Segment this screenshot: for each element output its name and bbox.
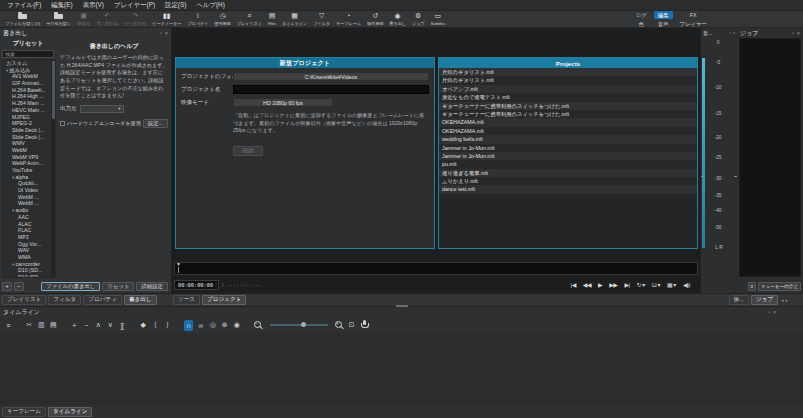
next-marker-button[interactable]: ⟩ [163, 320, 171, 331]
preset-item[interactable]: WebM ... [3, 194, 55, 201]
grid-button[interactable]: ▦ ▾ [667, 281, 676, 288]
layout-color[interactable]: 色 [632, 20, 651, 28]
files-button[interactable]: ▤ Files [265, 11, 279, 27]
ripple-button[interactable]: ◎ [209, 320, 217, 331]
zoom-timeline-fit-button[interactable]: ⊡ [348, 320, 356, 331]
open-file-button[interactable]: ファイルを開く(O) [2, 11, 43, 27]
menu-edit[interactable]: 編集(E) [46, 1, 77, 10]
copy-button[interactable]: ▥ [37, 320, 45, 331]
scrollbar-thumb[interactable] [52, 61, 55, 119]
marker-button[interactable]: ◆ [139, 320, 147, 331]
volume-button[interactable]: ◀)) [683, 281, 690, 288]
configure-button[interactable]: 設定... [143, 119, 168, 128]
project-item[interactable]: pu.mlt [439, 160, 697, 168]
properties-button[interactable]: i プロパティ [184, 11, 211, 27]
project-item[interactable]: 片目のギタリスト.mlt [439, 68, 697, 76]
preset-item[interactable]: audio [3, 207, 55, 214]
preset-item[interactable]: D10 (SD... [3, 274, 55, 278]
rewind-button[interactable]: ◀◀ [583, 281, 591, 288]
layout-audio[interactable]: 音声 [654, 20, 673, 28]
preset-item[interactable]: Slide Deck (... [3, 134, 55, 141]
split-button[interactable]: ][ [118, 320, 126, 331]
undo-button[interactable]: ↶ 元に戻す(U) [93, 11, 121, 27]
preset-item[interactable]: WMV [3, 140, 55, 147]
project-item[interactable]: Jammer in Jo-Mon.mlt [439, 144, 697, 152]
project-item[interactable]: 身近なもので通電テスト.mlt [439, 93, 697, 101]
playlist-button[interactable]: ≡ プレイリスト [234, 11, 265, 27]
menu-settings[interactable]: 設定(S) [160, 1, 191, 10]
from-select[interactable]: ▾ [80, 105, 124, 113]
tab-history[interactable]: 操... [729, 295, 749, 305]
tab-export[interactable]: 書き出し [124, 295, 157, 305]
preset-item[interactable]: WebM VP9 [3, 154, 55, 161]
paste-button[interactable]: ▤ [49, 320, 57, 331]
tab-playlist[interactable]: プレイリスト [2, 295, 46, 305]
project-item[interactable]: wedding bells.mlt [439, 135, 697, 143]
record-audio-button[interactable] [360, 320, 369, 331]
preset-item[interactable]: MJPEG [3, 114, 55, 121]
ripple-all-tracks-button[interactable]: ⊛ [221, 320, 229, 331]
preset-search-input[interactable] [2, 50, 54, 58]
close-icon[interactable]: × [165, 31, 168, 36]
keyframes-button[interactable]: ◔ キーフレーム [333, 11, 364, 27]
preset-item[interactable]: YouTube [3, 167, 55, 174]
save-button[interactable]: ▣ 保存(S) [74, 11, 93, 27]
preset-item[interactable]: HEVC Main ... [3, 107, 55, 114]
menu-view[interactable]: 表示(V) [78, 1, 109, 10]
project-item[interactable]: OKEHAZAMA.mlt [439, 118, 697, 126]
export-file-button[interactable]: ファイルの書き出し [41, 282, 100, 291]
preset-item[interactable]: カスタム [3, 60, 55, 67]
preset-item[interactable]: Slide Deck (... [3, 127, 55, 134]
layout-player[interactable]: プレイヤー [676, 20, 711, 28]
preset-item[interactable]: alpha [3, 174, 55, 181]
pause-queue-button[interactable]: キューを一時停止 [758, 282, 801, 291]
peak-meter-button[interactable]: ▮▮ ピークメーター [149, 11, 184, 27]
fast-forward-button[interactable]: ▶▶ [609, 281, 617, 288]
snap-button[interactable]: ∩ [184, 320, 193, 331]
skip-next-button[interactable]: ▶| [624, 281, 629, 288]
timeline-menu-button[interactable]: ≡ [4, 320, 12, 331]
timeline-zoom-slider[interactable] [270, 324, 328, 326]
layout-logging[interactable]: ログ [632, 11, 651, 19]
project-item[interactable]: dance test.mlt [439, 185, 697, 193]
export-button[interactable]: ◉ 書き出し [386, 11, 409, 27]
tab-scroll-right-icon[interactable]: ▸ [784, 297, 789, 303]
preset-item[interactable]: GIF Animati... [3, 80, 55, 87]
tab-filters[interactable]: フィルタ [48, 295, 81, 305]
ripple-markers-button[interactable]: ◉ [233, 320, 241, 331]
open-other-button[interactable]: その他を開く [43, 11, 74, 27]
project-item[interactable]: OKEHAZAMA.mlt [439, 127, 697, 135]
loop-button[interactable]: ↻ ▾ [637, 281, 645, 288]
float-icon[interactable]: ▫ [792, 31, 794, 36]
preset-item[interactable]: WebM [3, 147, 55, 154]
project-item[interactable]: 片目のギタリスト.mlt [439, 76, 697, 84]
tab-keyframes[interactable]: キーフレーム [2, 407, 46, 417]
add-preset-button[interactable]: + [2, 282, 12, 291]
cut-button[interactable]: ✂ [25, 320, 33, 331]
preset-item[interactable]: camcorder [3, 261, 55, 268]
float-icon[interactable]: ▫ [160, 31, 162, 36]
zoom-timeline-in-button[interactable]: + [335, 320, 344, 331]
project-item[interactable]: Jammer in Jo-Mon.mlt [439, 152, 697, 160]
reset-button[interactable]: リセット [102, 282, 134, 291]
hardware-encoder-checkbox[interactable] [60, 121, 65, 126]
menu-player[interactable]: プレイヤー(P) [109, 1, 160, 10]
start-button[interactable]: 開始 [233, 146, 263, 156]
skip-previous-button[interactable]: |◀ [571, 281, 576, 288]
scrub-while-dragging-button[interactable]: ∞ [197, 320, 205, 331]
subtitles-button[interactable]: ▭ Subtitles [428, 11, 449, 27]
project-item[interactable]: 通り過ぎる電車.mlt [439, 169, 697, 177]
tab-jobs[interactable]: ジョブ [751, 295, 778, 305]
float-icon[interactable]: ▫ [729, 31, 730, 35]
advanced-button[interactable]: 詳細設定 [136, 282, 168, 291]
remove-preset-button[interactable]: − [14, 282, 24, 291]
preset-item[interactable]: D10 (SD... [3, 267, 55, 274]
project-item[interactable]: ギターチューナーに携帯利用のスイッチをつけた.mlt [439, 110, 697, 118]
zoom-fit-button[interactable]: ⊡ ▾ [652, 281, 660, 288]
timecode-spinner[interactable]: ▴ ▾ [215, 282, 217, 288]
preset-item[interactable]: WMA [3, 254, 55, 261]
tab-properties[interactable]: プロパティ [83, 295, 122, 305]
preset-item[interactable]: H.264 High ... [3, 93, 55, 100]
preset-item[interactable]: Quickti... [3, 180, 55, 187]
tab-source[interactable]: ソース [173, 295, 200, 305]
